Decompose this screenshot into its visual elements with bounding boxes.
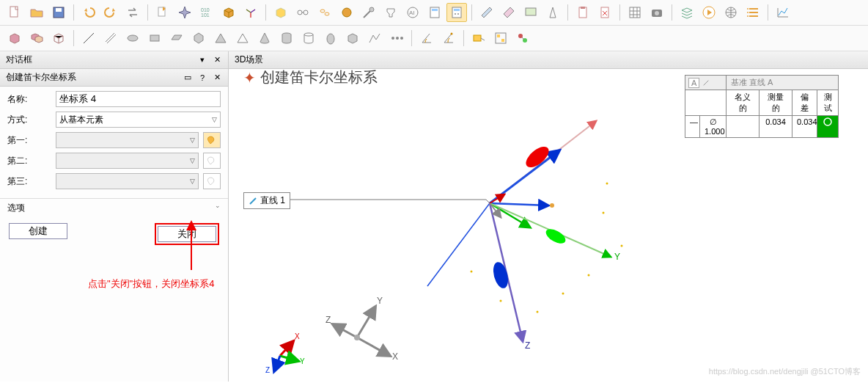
sphere-icon[interactable] <box>336 3 357 22</box>
line-icon[interactable] <box>78 29 99 48</box>
calc-icon[interactable] <box>424 3 445 22</box>
svg-line-78 <box>357 307 375 338</box>
plane1-icon[interactable] <box>477 3 497 22</box>
options-row[interactable]: 选项 ⌄ <box>0 198 228 217</box>
cyl2-icon[interactable] <box>298 29 319 48</box>
panel-close2-icon[interactable]: ✕ <box>212 73 222 83</box>
measure-table: A 基准 直线 A 名义的 测量的 偏差 测试 — ∅ 1.000 0.034 … <box>685 75 839 138</box>
play-icon[interactable] <box>699 3 719 22</box>
calc-highlight-icon[interactable] <box>446 3 467 22</box>
cube4-icon[interactable] <box>342 29 363 48</box>
close-button[interactable]: 关闭 <box>158 226 216 242</box>
list-icon[interactable] <box>743 3 763 22</box>
svg-rect-23 <box>601 7 608 18</box>
svg-point-64 <box>562 293 564 295</box>
tri2-icon[interactable] <box>232 29 253 48</box>
globe-icon[interactable] <box>721 3 741 22</box>
egg-icon[interactable] <box>320 29 341 48</box>
new-file-icon[interactable] <box>4 3 25 22</box>
path-icon[interactable] <box>364 29 385 48</box>
poly-icon[interactable] <box>188 29 209 48</box>
options-label: 选项 <box>7 202 25 214</box>
plane3-icon[interactable] <box>521 3 541 22</box>
switch-icon[interactable] <box>122 3 143 22</box>
rect-icon[interactable] <box>144 29 165 48</box>
method-select[interactable]: 从基本元素 ▽ <box>56 112 221 128</box>
cube-wire-icon[interactable] <box>48 29 69 48</box>
svg-point-63 <box>588 274 590 277</box>
first-select[interactable]: ▽ <box>56 132 199 148</box>
axis-dropdown-icon[interactable] <box>240 3 261 22</box>
third-pick-button[interactable] <box>203 173 221 189</box>
cube-solid-icon[interactable] <box>4 29 25 48</box>
disc-icon[interactable] <box>122 29 143 48</box>
svg-line-50 <box>490 150 559 203</box>
col-nominal: 名义的 <box>727 90 760 115</box>
redo-icon[interactable] <box>100 3 121 22</box>
third-select[interactable]: ▽ <box>56 173 199 189</box>
probe-icon[interactable] <box>358 3 379 22</box>
second-select[interactable]: ▽ <box>56 153 199 169</box>
entity-label: 直线 1 <box>243 192 290 209</box>
stamp-icon[interactable] <box>595 3 615 22</box>
panel-help-icon[interactable]: ? <box>197 73 207 83</box>
angle1-icon[interactable] <box>416 29 437 48</box>
tri-icon[interactable] <box>210 29 231 48</box>
second-pick-button[interactable] <box>203 153 221 169</box>
cube-mesh-icon[interactable] <box>218 3 239 22</box>
sub-title: 创建笛卡尔坐标系 <box>6 71 76 84</box>
tag2-icon[interactable] <box>490 29 511 48</box>
link-icon[interactable] <box>293 3 313 22</box>
cyl-icon[interactable] <box>276 29 297 48</box>
svg-point-32 <box>128 35 138 41</box>
panel-collapse-icon[interactable]: ▾ <box>197 55 207 65</box>
undo-icon[interactable] <box>78 3 99 22</box>
svg-point-40 <box>451 33 453 35</box>
multiline-icon[interactable] <box>100 29 121 48</box>
svg-text:X: X <box>392 351 398 362</box>
joints-icon[interactable] <box>386 29 407 48</box>
compass-icon[interactable] <box>542 3 563 22</box>
view-3d[interactable]: 3D场景 ✦ 创建笛卡尔坐标系 <box>229 51 868 382</box>
first-pick-button[interactable] <box>203 132 221 148</box>
layers-icon[interactable] <box>677 3 697 22</box>
svg-rect-2 <box>56 8 62 12</box>
test-pass-badge <box>817 116 838 137</box>
chart-icon[interactable] <box>773 3 793 22</box>
panel-pin-icon[interactable]: ▭ <box>183 73 193 83</box>
create-button[interactable]: 创建 <box>9 223 67 239</box>
plane2-icon[interactable] <box>499 3 519 22</box>
angle2-icon[interactable] <box>438 29 459 48</box>
dialog-panel: 对话框 ▾ ✕ 创建笛卡尔坐标系 ▭ ? ✕ 名称: 方式: 从基本元素 <box>0 51 229 382</box>
clamp-icon[interactable] <box>380 3 401 22</box>
second-label: 第二: <box>7 155 51 167</box>
binary-icon[interactable]: 010101 <box>196 3 217 22</box>
name-input[interactable] <box>56 91 221 107</box>
box-yellow-icon[interactable] <box>271 3 291 22</box>
ai-icon[interactable]: AI <box>402 3 423 22</box>
svg-line-72 <box>280 356 298 361</box>
import-icon[interactable] <box>152 3 173 22</box>
svg-point-8 <box>320 10 325 12</box>
tag3-icon[interactable] <box>512 29 533 48</box>
svg-point-7 <box>304 10 308 15</box>
chain-icon[interactable] <box>315 3 335 22</box>
third-label: 第三: <box>7 175 51 188</box>
spark-icon[interactable] <box>174 3 195 22</box>
tag1-icon[interactable] <box>468 29 489 48</box>
camera-icon[interactable] <box>647 3 667 22</box>
view-title-bar: 3D场景 <box>229 51 868 69</box>
grid-icon[interactable] <box>625 3 645 22</box>
cube-multi-icon[interactable] <box>26 29 47 48</box>
svg-rect-0 <box>10 7 18 17</box>
clipboard-icon[interactable] <box>573 3 593 22</box>
svg-rect-17 <box>454 9 460 11</box>
cone-icon[interactable] <box>254 29 275 48</box>
col-test: 测试 <box>817 90 838 115</box>
rect2-icon[interactable] <box>166 29 187 48</box>
open-file-icon[interactable] <box>26 3 47 22</box>
panel-close-icon[interactable]: ✕ <box>212 55 222 65</box>
svg-line-59 <box>490 194 504 203</box>
save-icon[interactable] <box>48 3 69 22</box>
name-label: 名称: <box>7 93 51 106</box>
